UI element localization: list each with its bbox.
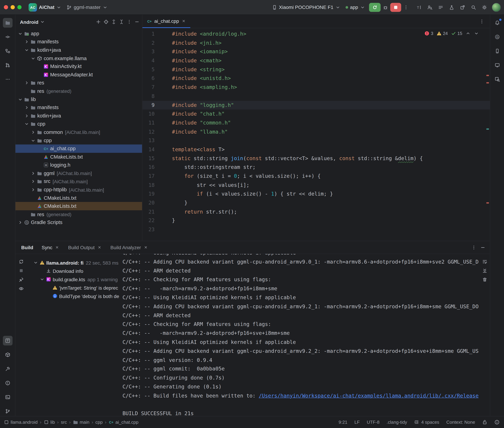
error-stripe-mark[interactable] xyxy=(486,75,489,76)
build-panel-title[interactable]: Build xyxy=(21,245,33,250)
breadcrumb-main[interactable]: main xyxy=(73,420,89,425)
tree-item-kotlin-java[interactable]: kotlin+java xyxy=(16,46,142,54)
info-stripe-mark[interactable] xyxy=(486,128,489,130)
stop-gray-icon[interactable] xyxy=(19,268,24,273)
tree-item-cmakelists-txt[interactable]: CMakeLists.txt xyxy=(16,202,142,210)
tree-item-kotlin-java[interactable]: kotlin+java xyxy=(16,112,142,120)
error-stripe-mark[interactable] xyxy=(486,82,489,83)
editor-tab-ai-chat-cpp[interactable]: C+ ai_chat.cpp xyxy=(142,15,190,28)
status-widget-context-none[interactable]: Context: None xyxy=(446,420,475,425)
stop-button[interactable] xyxy=(390,3,401,12)
close-tab-icon[interactable] xyxy=(97,245,102,250)
code-review-icon[interactable] xyxy=(426,4,433,11)
filter-eye-icon[interactable] xyxy=(19,286,24,291)
tree-item-lib[interactable]: lib xyxy=(16,95,142,103)
build-node-buildtype-debug-is-both-de[interactable]: BuildType 'debug' is both de xyxy=(31,292,122,300)
running-devices-button[interactable] xyxy=(492,60,502,70)
chevron-right-icon[interactable] xyxy=(24,113,30,118)
close-window-button[interactable] xyxy=(4,5,8,9)
hide-build-panel-icon[interactable] xyxy=(480,245,486,250)
chevron-right-icon[interactable] xyxy=(24,80,30,85)
chevron-right-icon[interactable] xyxy=(30,187,36,192)
build-console[interactable]: C/C++: -- Using KleidiAI optimized kerne… xyxy=(122,254,490,416)
info-circle-icon[interactable] xyxy=(494,420,500,425)
build-node-build-gradle-kts[interactable]: build.gradle.ktsapp 1 warning xyxy=(31,275,122,283)
build-tool-button[interactable] xyxy=(3,364,12,374)
pin-icon[interactable] xyxy=(19,277,24,282)
error-count[interactable]: 3 xyxy=(424,31,433,36)
chevron-down-icon[interactable] xyxy=(30,138,36,143)
chevron-right-icon[interactable] xyxy=(30,171,36,176)
chevron-down-icon[interactable] xyxy=(30,56,36,61)
chevron-down-icon[interactable] xyxy=(24,48,30,53)
error-stripe-mark[interactable] xyxy=(486,202,489,204)
tree-item-mainactivity-kt[interactable]: MainActivity.kt xyxy=(16,62,142,71)
build-tab-sync[interactable]: Sync xyxy=(42,245,60,250)
gradle-tool-button[interactable]: G xyxy=(492,32,502,42)
expand-all-icon[interactable] xyxy=(111,19,116,24)
ai-assistant-icon[interactable]: T xyxy=(415,4,422,11)
code-line-19[interactable]: 19 if (i < values.size() - 1) { str << d… xyxy=(142,189,490,198)
code-line-4[interactable]: 4#include <cmath> xyxy=(142,56,490,65)
soft-wrap-icon[interactable] xyxy=(482,259,487,264)
tree-item-com-example-llama[interactable]: com.example.llama xyxy=(16,54,142,62)
package-tool-button[interactable] xyxy=(3,350,12,360)
build-options-icon[interactable] xyxy=(471,245,476,250)
code-line-13[interactable]: 13 xyxy=(142,136,490,145)
tree-item-manifests[interactable]: manifests xyxy=(16,103,142,112)
breadcrumb-lib[interactable]: lib xyxy=(43,420,55,425)
code-line-21[interactable]: 21 return str.str(); xyxy=(142,207,490,216)
breadcrumb-ai-chat-cpp[interactable]: C+ai_chat.cpp xyxy=(109,420,138,425)
tree-item-messageadapter-kt[interactable]: MessageAdapter.kt xyxy=(16,71,142,79)
tree-item-common[interactable]: common[AiChat.lib.main] xyxy=(16,128,142,136)
tree-item-cmakelists-txt[interactable]: CMakeLists.txt xyxy=(16,153,142,161)
search-everywhere-icon[interactable] xyxy=(470,4,477,11)
chevron-right-icon[interactable] xyxy=(24,39,30,44)
tree-item-cpp-httplib[interactable]: cpp-httplib[AiChat.lib.main] xyxy=(16,186,142,194)
chevron-right-icon[interactable] xyxy=(30,179,36,184)
passed-count[interactable]: 15 xyxy=(451,31,462,36)
task-list-icon[interactable] xyxy=(437,4,444,11)
vcs-tool-button[interactable] xyxy=(3,406,12,416)
device-selector[interactable]: Xiaomi POCOPHONE F1 xyxy=(269,3,343,11)
code-line-9[interactable]: 9#include "logging.h" xyxy=(142,101,490,110)
code-line-6[interactable]: 6#include <unistd.h> xyxy=(142,74,490,83)
experiments-icon[interactable] xyxy=(448,4,455,11)
clear-console-icon[interactable] xyxy=(482,277,487,282)
file-path-link[interactable]: /Users/hanyin/Workspace/ai-chat/examples… xyxy=(259,393,479,399)
build-tab-build-output[interactable]: Build Output xyxy=(68,245,102,250)
close-tab-icon[interactable] xyxy=(55,245,60,250)
project-options-icon[interactable] xyxy=(127,19,132,24)
pull-requests-tool-button[interactable] xyxy=(3,60,12,70)
tree-item-cpp[interactable]: cpp xyxy=(16,120,142,128)
project-view-selector[interactable]: Android xyxy=(20,19,38,25)
letter-t-tool-button[interactable] xyxy=(3,336,12,346)
debug-button[interactable] xyxy=(382,4,389,11)
previous-problem-icon[interactable] xyxy=(465,31,470,36)
code-line-20[interactable]: 20 } xyxy=(142,198,490,207)
chevron-right-icon[interactable] xyxy=(24,105,30,110)
build-node-jvmtarget-string-is-deprec[interactable]: 'jvmTarget: String' is deprec xyxy=(31,283,122,292)
breadcrumb-cpp[interactable]: cpp xyxy=(95,420,103,425)
tree-item-src[interactable]: src[AiChat.lib.main] xyxy=(16,177,142,186)
editor-options-icon[interactable] xyxy=(478,18,485,25)
user-avatar[interactable] xyxy=(492,3,501,12)
chevron-down-icon[interactable] xyxy=(17,31,23,36)
warning-count[interactable]: 24 xyxy=(436,31,448,36)
status-widget-4-spaces[interactable]: 4 spaces xyxy=(414,420,439,425)
share-icon[interactable] xyxy=(459,4,466,11)
code-area[interactable]: 1#include <android/log.h>2#include <jni.… xyxy=(142,28,490,241)
code-line-3[interactable]: 3#include <iomanip> xyxy=(142,47,490,56)
code-line-11[interactable]: 11#include "common.h" xyxy=(142,118,490,127)
code-line-8[interactable]: 8 xyxy=(142,92,490,101)
collapse-all-icon[interactable] xyxy=(119,19,124,24)
editor-scrollbar[interactable] xyxy=(485,28,490,241)
tree-item-ggml[interactable]: ggml[AiChat.lib.main] xyxy=(16,169,142,177)
app-inspection-button[interactable] xyxy=(492,74,502,84)
scroll-to-end-icon[interactable] xyxy=(482,268,487,273)
terminal-tool-button[interactable] xyxy=(3,392,12,402)
code-line-7[interactable]: 7#include <sampling.h> xyxy=(142,83,490,92)
code-line-5[interactable]: 5#include <string> xyxy=(142,65,490,74)
chevron-down-icon[interactable] xyxy=(24,121,30,127)
tree-item-res[interactable]: res(generated) xyxy=(16,210,142,219)
